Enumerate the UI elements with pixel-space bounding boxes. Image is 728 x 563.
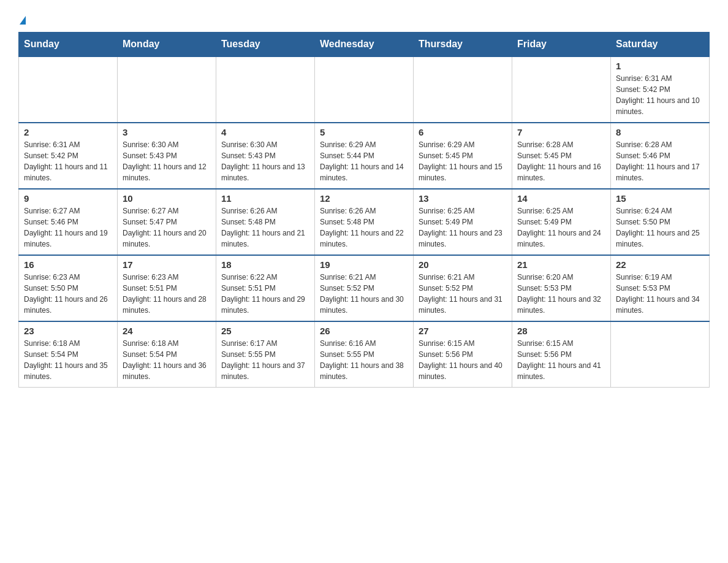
day-info: Sunrise: 6:18 AM Sunset: 5:54 PM Dayligh… — [123, 338, 211, 382]
day-info: Sunrise: 6:21 AM Sunset: 5:52 PM Dayligh… — [419, 272, 507, 316]
calendar-cell: 17Sunrise: 6:23 AM Sunset: 5:51 PM Dayli… — [118, 255, 216, 321]
weekday-header-tuesday: Tuesday — [216, 33, 315, 57]
calendar-cell: 21Sunrise: 6:20 AM Sunset: 5:53 PM Dayli… — [512, 255, 611, 321]
day-info: Sunrise: 6:25 AM Sunset: 5:49 PM Dayligh… — [517, 205, 605, 250]
calendar-cell: 13Sunrise: 6:25 AM Sunset: 5:49 PM Dayli… — [414, 189, 512, 255]
calendar-cell: 15Sunrise: 6:24 AM Sunset: 5:50 PM Dayli… — [611, 189, 710, 255]
calendar-cell: 10Sunrise: 6:27 AM Sunset: 5:47 PM Dayli… — [118, 189, 216, 255]
calendar-cell — [315, 56, 414, 123]
day-number: 10 — [123, 193, 211, 204]
day-number: 24 — [123, 326, 211, 336]
day-number: 25 — [221, 326, 309, 336]
day-info: Sunrise: 6:26 AM Sunset: 5:48 PM Dayligh… — [320, 205, 408, 250]
day-info: Sunrise: 6:26 AM Sunset: 5:48 PM Dayligh… — [221, 205, 309, 250]
logo — [18, 17, 26, 26]
day-number: 1 — [616, 61, 704, 71]
weekday-header-thursday: Thursday — [414, 33, 512, 57]
day-number: 16 — [24, 259, 112, 270]
weekday-header-friday: Friday — [512, 33, 611, 57]
logo-triangle-icon — [20, 16, 26, 25]
day-number: 27 — [419, 326, 507, 336]
day-info: Sunrise: 6:20 AM Sunset: 5:53 PM Dayligh… — [517, 272, 605, 316]
day-number: 3 — [123, 127, 211, 137]
calendar-cell: 22Sunrise: 6:19 AM Sunset: 5:53 PM Dayli… — [611, 255, 710, 321]
day-info: Sunrise: 6:17 AM Sunset: 5:55 PM Dayligh… — [221, 338, 309, 382]
calendar-cell — [414, 56, 512, 123]
day-info: Sunrise: 6:28 AM Sunset: 5:45 PM Dayligh… — [517, 139, 605, 183]
day-info: Sunrise: 6:15 AM Sunset: 5:56 PM Dayligh… — [517, 338, 605, 382]
calendar-cell: 7Sunrise: 6:28 AM Sunset: 5:45 PM Daylig… — [512, 123, 611, 189]
day-number: 28 — [517, 326, 605, 336]
calendar-cell: 16Sunrise: 6:23 AM Sunset: 5:50 PM Dayli… — [19, 255, 118, 321]
calendar-cell: 26Sunrise: 6:16 AM Sunset: 5:55 PM Dayli… — [315, 321, 414, 388]
calendar-cell: 11Sunrise: 6:26 AM Sunset: 5:48 PM Dayli… — [216, 189, 315, 255]
day-number: 20 — [419, 259, 507, 270]
day-info: Sunrise: 6:25 AM Sunset: 5:49 PM Dayligh… — [419, 205, 507, 250]
day-number: 8 — [616, 127, 704, 137]
calendar-cell: 14Sunrise: 6:25 AM Sunset: 5:49 PM Dayli… — [512, 189, 611, 255]
day-number: 15 — [616, 193, 704, 204]
day-number: 12 — [320, 193, 408, 204]
day-number: 7 — [517, 127, 605, 137]
calendar-cell — [19, 56, 118, 123]
weekday-header-monday: Monday — [118, 33, 216, 57]
calendar-cell — [611, 321, 710, 388]
day-info: Sunrise: 6:23 AM Sunset: 5:51 PM Dayligh… — [123, 272, 211, 316]
calendar-cell: 27Sunrise: 6:15 AM Sunset: 5:56 PM Dayli… — [414, 321, 512, 388]
weekday-header-wednesday: Wednesday — [315, 33, 414, 57]
day-info: Sunrise: 6:29 AM Sunset: 5:44 PM Dayligh… — [320, 139, 408, 183]
weekday-header-saturday: Saturday — [611, 33, 710, 57]
day-info: Sunrise: 6:19 AM Sunset: 5:53 PM Dayligh… — [616, 272, 704, 316]
calendar-cell: 12Sunrise: 6:26 AM Sunset: 5:48 PM Dayli… — [315, 189, 414, 255]
day-number: 18 — [221, 259, 309, 270]
week-row-3: 9Sunrise: 6:27 AM Sunset: 5:46 PM Daylig… — [19, 189, 710, 255]
day-info: Sunrise: 6:15 AM Sunset: 5:56 PM Dayligh… — [419, 338, 507, 382]
week-row-4: 16Sunrise: 6:23 AM Sunset: 5:50 PM Dayli… — [19, 255, 710, 321]
week-row-5: 23Sunrise: 6:18 AM Sunset: 5:54 PM Dayli… — [19, 321, 710, 388]
day-number: 14 — [517, 193, 605, 204]
calendar-cell — [512, 56, 611, 123]
calendar-cell: 3Sunrise: 6:30 AM Sunset: 5:43 PM Daylig… — [118, 123, 216, 189]
calendar-cell: 2Sunrise: 6:31 AM Sunset: 5:42 PM Daylig… — [19, 123, 118, 189]
day-info: Sunrise: 6:27 AM Sunset: 5:46 PM Dayligh… — [24, 205, 112, 250]
day-number: 9 — [24, 193, 112, 204]
calendar-cell: 1Sunrise: 6:31 AM Sunset: 5:42 PM Daylig… — [611, 56, 710, 123]
day-info: Sunrise: 6:30 AM Sunset: 5:43 PM Dayligh… — [221, 139, 309, 183]
day-number: 22 — [616, 259, 704, 270]
day-info: Sunrise: 6:31 AM Sunset: 5:42 PM Dayligh… — [24, 139, 112, 183]
calendar-cell: 4Sunrise: 6:30 AM Sunset: 5:43 PM Daylig… — [216, 123, 315, 189]
calendar-cell: 24Sunrise: 6:18 AM Sunset: 5:54 PM Dayli… — [118, 321, 216, 388]
calendar-table: SundayMondayTuesdayWednesdayThursdayFrid… — [18, 32, 710, 388]
day-number: 26 — [320, 326, 408, 336]
day-info: Sunrise: 6:28 AM Sunset: 5:46 PM Dayligh… — [616, 139, 704, 183]
calendar-cell — [216, 56, 315, 123]
day-info: Sunrise: 6:24 AM Sunset: 5:50 PM Dayligh… — [616, 205, 704, 250]
calendar-cell: 18Sunrise: 6:22 AM Sunset: 5:51 PM Dayli… — [216, 255, 315, 321]
day-info: Sunrise: 6:16 AM Sunset: 5:55 PM Dayligh… — [320, 338, 408, 382]
day-info: Sunrise: 6:23 AM Sunset: 5:50 PM Dayligh… — [24, 272, 112, 316]
calendar-cell: 20Sunrise: 6:21 AM Sunset: 5:52 PM Dayli… — [414, 255, 512, 321]
calendar-cell: 19Sunrise: 6:21 AM Sunset: 5:52 PM Dayli… — [315, 255, 414, 321]
week-row-1: 1Sunrise: 6:31 AM Sunset: 5:42 PM Daylig… — [19, 56, 710, 123]
calendar-cell: 6Sunrise: 6:29 AM Sunset: 5:45 PM Daylig… — [414, 123, 512, 189]
day-info: Sunrise: 6:31 AM Sunset: 5:42 PM Dayligh… — [616, 73, 704, 117]
day-number: 23 — [24, 326, 112, 336]
day-number: 13 — [419, 193, 507, 204]
day-number: 11 — [221, 193, 309, 204]
calendar-cell: 5Sunrise: 6:29 AM Sunset: 5:44 PM Daylig… — [315, 123, 414, 189]
calendar-cell: 23Sunrise: 6:18 AM Sunset: 5:54 PM Dayli… — [19, 321, 118, 388]
calendar-cell: 8Sunrise: 6:28 AM Sunset: 5:46 PM Daylig… — [611, 123, 710, 189]
day-number: 2 — [24, 127, 112, 137]
weekday-header-row: SundayMondayTuesdayWednesdayThursdayFrid… — [19, 33, 710, 57]
calendar-cell: 25Sunrise: 6:17 AM Sunset: 5:55 PM Dayli… — [216, 321, 315, 388]
day-info: Sunrise: 6:22 AM Sunset: 5:51 PM Dayligh… — [221, 272, 309, 316]
day-number: 4 — [221, 127, 309, 137]
weekday-header-sunday: Sunday — [19, 33, 118, 57]
day-info: Sunrise: 6:30 AM Sunset: 5:43 PM Dayligh… — [123, 139, 211, 183]
day-info: Sunrise: 6:18 AM Sunset: 5:54 PM Dayligh… — [24, 338, 112, 382]
calendar-cell: 28Sunrise: 6:15 AM Sunset: 5:56 PM Dayli… — [512, 321, 611, 388]
calendar-cell — [118, 56, 216, 123]
day-info: Sunrise: 6:21 AM Sunset: 5:52 PM Dayligh… — [320, 272, 408, 316]
week-row-2: 2Sunrise: 6:31 AM Sunset: 5:42 PM Daylig… — [19, 123, 710, 189]
page-header — [18, 12, 710, 26]
